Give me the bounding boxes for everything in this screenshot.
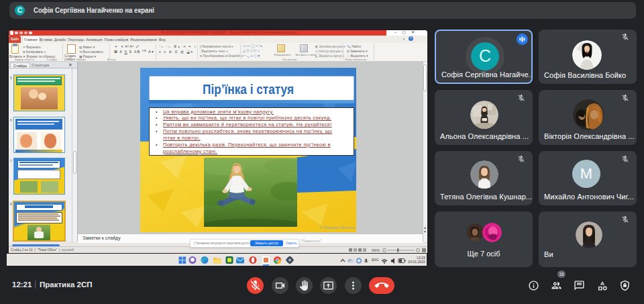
svg-text:69%: 69% (372, 248, 380, 252)
